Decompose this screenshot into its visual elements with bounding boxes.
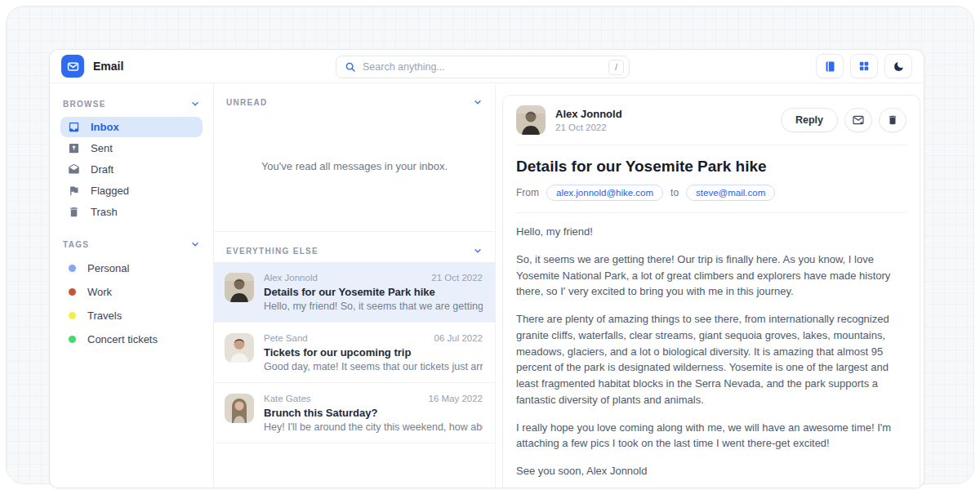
search-shortcut-badge: / — [608, 60, 624, 75]
everything-else-section-label: Everything else — [226, 247, 318, 256]
mail-list-column: Unread You've read all messages in your … — [214, 83, 496, 488]
mail-content: Alex Jonnold 21 Oct 2022 Details for our… — [264, 273, 483, 312]
mail-paragraph: I really hope you love coming along with… — [516, 420, 906, 452]
tag-label: Personal — [87, 262, 129, 274]
notebook-button[interactable] — [816, 54, 844, 78]
mail-paragraph: Hello, my friend! — [516, 224, 906, 240]
app-body: Browse Inbox Sent — [50, 83, 924, 488]
mail-date: 21 Oct 2022 — [431, 273, 483, 283]
app-title: Email — [93, 60, 123, 73]
search-icon — [345, 61, 356, 73]
tag-item-work[interactable]: Work — [60, 280, 203, 304]
trash-icon — [68, 206, 80, 218]
mail-list-item[interactable]: Kate Gates 16 May 2022 Brunch this Satur… — [214, 383, 495, 443]
mail-detail-card: Alex Jonnold 21 Oct 2022 Reply — [502, 95, 920, 488]
tag-label: Work — [87, 286, 112, 298]
sidebar-item-label: Trash — [91, 206, 118, 218]
mail-list-item[interactable]: Alex Jonnold 21 Oct 2022 Details for our… — [214, 262, 495, 323]
mail-sender: Alex Jonnold — [264, 273, 318, 283]
mail-date: 06 Jul 2022 — [434, 333, 483, 343]
chevron-down-icon — [473, 246, 483, 256]
mark-unread-button[interactable] — [844, 108, 872, 132]
unread-section-header[interactable]: Unread — [214, 83, 495, 114]
mail-date: 16 May 2022 — [429, 394, 483, 403]
browse-section-header[interactable]: Browse — [60, 91, 203, 116]
search-input[interactable] — [363, 61, 602, 73]
sidebar-item-sent[interactable]: Sent — [60, 138, 203, 158]
tags-section-label: Tags — [63, 240, 89, 249]
everything-else-section: Everything else — [214, 231, 495, 443]
tag-color-dot — [69, 265, 76, 272]
inbox-icon — [68, 121, 80, 133]
book-icon — [824, 60, 836, 73]
avatar — [516, 105, 546, 135]
mail-preview: Hello, my friend! So, it seems that we a… — [264, 301, 483, 312]
chevron-down-icon — [190, 239, 200, 249]
tag-color-dot — [69, 336, 76, 343]
sidebar-item-draft[interactable]: Draft — [60, 159, 203, 180]
from-to-row: From alex.jonnold@hike.com to steve@mail… — [516, 185, 906, 213]
sidebar-item-trash[interactable]: Trash — [60, 202, 203, 222]
grid-icon — [858, 60, 870, 72]
mail-sender: Pete Sand — [264, 333, 308, 343]
detail-date: 21 Oct 2022 — [555, 122, 622, 132]
chevron-down-icon — [473, 97, 483, 107]
tag-color-dot — [69, 288, 76, 296]
tag-label: Travels — [87, 310, 122, 322]
unread-empty-message: You've read all messages in your inbox. — [214, 114, 495, 218]
email-logo-icon — [61, 55, 84, 78]
chevron-down-icon — [190, 99, 200, 109]
browse-section-label: Browse — [63, 100, 106, 109]
sidebar: Browse Inbox Sent — [50, 83, 214, 488]
mail-detail-column: Alex Jonnold 21 Oct 2022 Reply — [496, 83, 924, 488]
mail-subject: Brunch this Saturday? — [264, 407, 483, 419]
flag-icon — [68, 185, 80, 197]
from-email-chip[interactable]: alex.jonnold@hike.com — [546, 185, 663, 201]
sidebar-item-label: Flagged — [91, 185, 129, 197]
app-header: Email / — [50, 50, 924, 83]
tag-item-travels[interactable]: Travels — [60, 304, 203, 327]
email-app-window: Email / — [49, 49, 924, 488]
mail-paragraph: So, it seems we are getting there! Our t… — [516, 252, 906, 300]
mail-content: Kate Gates 16 May 2022 Brunch this Satur… — [264, 394, 483, 433]
mail-detail-header: Alex Jonnold 21 Oct 2022 Reply — [516, 105, 906, 145]
mail-paragraph: There are plenty of amazing things to se… — [516, 311, 906, 408]
mail-preview: Hey! I'll be around the city this weeken… — [264, 421, 483, 433]
sent-icon — [68, 142, 80, 154]
tags-section: Tags Personal Work Travels — [60, 232, 203, 351]
sidebar-item-label: Inbox — [91, 121, 119, 133]
tag-label: Concert tickets — [87, 333, 158, 345]
avatar — [225, 333, 254, 363]
tag-item-personal[interactable]: Personal — [60, 256, 203, 280]
detail-actions: Reply — [781, 108, 906, 132]
tags-section-header[interactable]: Tags — [60, 232, 203, 256]
dark-mode-button[interactable] — [884, 54, 912, 78]
sidebar-item-label: Sent — [91, 142, 113, 154]
avatar — [225, 394, 254, 423]
sender-block: Alex Jonnold 21 Oct 2022 — [555, 108, 622, 132]
draft-icon — [68, 163, 80, 176]
apps-grid-button[interactable] — [850, 54, 878, 78]
sidebar-item-flagged[interactable]: Flagged — [60, 180, 203, 201]
detail-subject: Details for our Yosemite Park hike — [516, 158, 906, 176]
mail-body: Hello, my friend! So, it seems we are ge… — [516, 224, 906, 488]
detail-sender-name: Alex Jonnold — [555, 108, 622, 120]
mail-list-item[interactable]: Pete Sand 06 Jul 2022 Tickets for our up… — [214, 323, 495, 383]
tag-item-concert-tickets[interactable]: Concert tickets — [60, 327, 203, 351]
tag-color-dot — [69, 312, 76, 319]
brand: Email — [61, 55, 123, 78]
reply-button[interactable]: Reply — [781, 108, 838, 132]
everything-else-section-header[interactable]: Everything else — [214, 232, 495, 262]
search-bar[interactable]: / — [336, 56, 630, 78]
mail-preview: Good day, mate! It seems that our ticket… — [264, 361, 483, 372]
mail-subject: Details for our Yosemite Park hike — [264, 286, 483, 298]
to-email-chip[interactable]: steve@mail.com — [686, 185, 775, 201]
delete-button[interactable] — [879, 108, 906, 132]
mail-paragraph: See you soon, Alex Jonnold — [516, 463, 906, 479]
from-label: From — [516, 187, 539, 198]
trash-icon — [887, 114, 898, 126]
sidebar-item-inbox[interactable]: Inbox — [60, 117, 203, 137]
moon-icon — [893, 60, 905, 73]
mail-content: Pete Sand 06 Jul 2022 Tickets for our up… — [264, 333, 483, 372]
mail-subject: Tickets for our upcoming trip — [264, 346, 483, 359]
